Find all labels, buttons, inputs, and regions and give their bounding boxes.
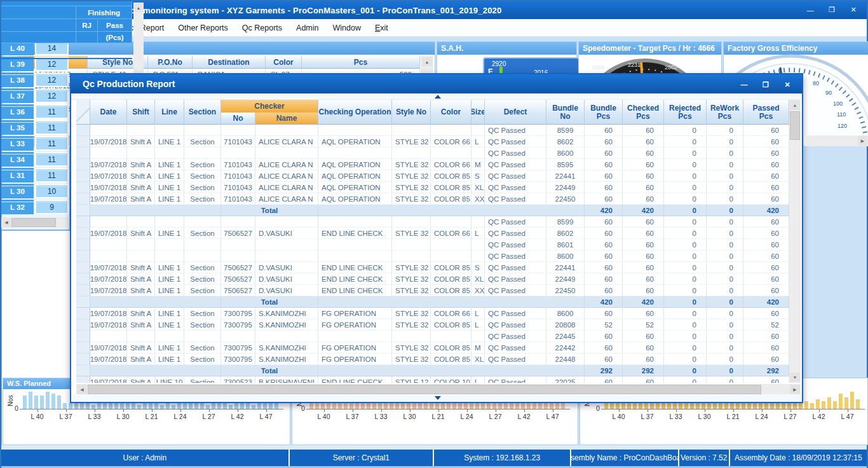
qc-cell: Shift A	[127, 376, 155, 383]
col-color[interactable]: Color	[431, 100, 471, 125]
col-destination[interactable]: Destination	[193, 56, 266, 69]
col-passed-pcs[interactable]: Passed Pcs	[743, 100, 789, 125]
status-bar: User : AdminServer : Crystal1System : 19…	[1, 450, 867, 466]
qc-cell: 7300795	[221, 342, 255, 354]
col-rj[interactable]: RJ	[76, 19, 98, 32]
col-checked-pcs[interactable]: Checked Pcs	[623, 100, 664, 125]
qc-table-row[interactable]: 19/07/2018Shift ALINE 1Section7506527D.V…	[76, 273, 789, 285]
finishing-group-header[interactable]: Finishing	[76, 6, 132, 19]
scroll-up-icon[interactable]: ▲	[422, 57, 432, 66]
qc-cell: 60	[623, 148, 664, 159]
qc-table-row[interactable]: 19/07/2018Shift ALINE 1Section7101043ALI…	[76, 182, 789, 193]
finishing-row[interactable]	[1, 43, 132, 59]
col-line[interactable]: Line	[155, 100, 184, 125]
qc-table-row[interactable]: 19/07/2018Shift ALINE 10Section7300523B.…	[76, 376, 789, 383]
modal-close-icon[interactable]: ✕	[779, 78, 796, 90]
col-defect[interactable]: Defect	[485, 100, 546, 125]
menu-item-other-reports[interactable]: Other Reports	[171, 20, 235, 36]
qc-vscrollbar[interactable]: ▲ ▼	[789, 100, 801, 383]
col-pcs[interactable]: Pcs	[302, 56, 420, 69]
modal-minimize-icon[interactable]: —	[736, 78, 752, 90]
col-shift[interactable]: Shift	[127, 100, 155, 125]
linews-hscroll-thumb[interactable]	[11, 218, 56, 227]
col-rework-pcs[interactable]: ReWork Pcs	[707, 100, 743, 125]
modal-scroll-up-strip[interactable]	[71, 93, 802, 100]
col-style-no[interactable]: Style No	[392, 100, 431, 125]
qc-table-row[interactable]: 19/07/2018Shift ALINE 1Section7101043ALI…	[76, 136, 789, 148]
col-checker-name[interactable]: Name	[255, 113, 318, 125]
scroll-right-icon[interactable]: ▶	[790, 385, 800, 394]
qc-table-row[interactable]: QC Passed860160600060	[76, 239, 789, 251]
y-axis-zero: 0	[15, 404, 18, 412]
qc-table-row[interactable]: 19/07/2018Shift ALINE 1Section7101043ALI…	[76, 193, 789, 205]
qc-cell: 0	[707, 182, 743, 193]
chart-bar	[384, 403, 388, 409]
qc-table-row[interactable]: 19/07/2018Shift ALINE 1Section7101043ALI…	[76, 159, 789, 170]
y-axis-zero: 0	[301, 404, 305, 412]
modal-scroll-down-strip[interactable]	[71, 394, 802, 402]
col-checker[interactable]: Checker	[221, 100, 318, 113]
qc-table-row[interactable]: QC Passed860060600060	[76, 251, 789, 262]
qc-hscroll-thumb[interactable]	[88, 385, 761, 394]
menu-item-qc-reports[interactable]: Qc Reports	[235, 20, 289, 36]
qc-table-row[interactable]: 19/07/2018Shift ALINE 1Section7506527D.V…	[76, 228, 789, 239]
qc-table-row[interactable]: 19/07/2018Shift ALINE 1Section7300795S.K…	[76, 354, 789, 365]
qc-total-row[interactable]: Total42042000420	[76, 296, 789, 308]
scroll-up-icon[interactable]: ▲	[134, 3, 143, 12]
col-date[interactable]: Date	[90, 100, 127, 125]
close-icon[interactable]: ✕	[845, 4, 862, 16]
qc-table-row[interactable]: QC Passed859960600060	[76, 216, 789, 228]
col-checking-operation[interactable]: Checking Operation	[318, 100, 392, 125]
scroll-up-icon[interactable]: ▲	[790, 100, 800, 110]
qc-cell: 0	[664, 239, 707, 251]
qc-cell	[318, 331, 392, 342]
col-rejected-pcs[interactable]: Rejected Pcs	[664, 100, 707, 125]
qc-cell	[255, 239, 318, 251]
qc-cell: Shift A	[127, 273, 155, 285]
qc-table-row[interactable]: QC Passed860060600060	[76, 148, 789, 159]
scroll-right-icon[interactable]: ▶	[858, 136, 867, 146]
col-bundle-pcs[interactable]: Bundle Pcs	[585, 100, 623, 125]
scroll-left-icon[interactable]: ◀	[2, 218, 11, 227]
right-hscrollbar[interactable]: ▶	[804, 135, 868, 146]
chart-bar	[753, 403, 757, 409]
qc-cell	[127, 148, 155, 159]
col-bundle-no[interactable]: Bundle No	[546, 100, 585, 125]
qc-table-row[interactable]: 19/07/2018Shift ALINE 1Section7506527D.V…	[76, 285, 789, 296]
qc-table-row[interactable]: 19/07/2018Shift ALINE 1Section7101043ALI…	[76, 170, 789, 182]
qc-hscrollbar[interactable]: ◀ ▶	[76, 384, 801, 395]
scroll-left-icon[interactable]: ◀	[77, 385, 87, 394]
modal-title-bar[interactable]: Qc Production Report — ❐ ✕	[71, 74, 802, 93]
chart-bar	[407, 403, 410, 409]
qc-cell: 7101043	[221, 136, 255, 148]
col-color[interactable]: Color	[266, 56, 302, 69]
qc-table-row[interactable]: 19/07/2018Shift ALINE 1Section7300795S.K…	[76, 319, 789, 331]
chart-bar	[822, 401, 825, 409]
col-checker-no[interactable]: No	[221, 113, 255, 125]
qc-table-row[interactable]: 19/07/2018Shift ALINE 1Section7506527D.V…	[76, 262, 789, 273]
scroll-down-icon[interactable]: ▼	[790, 373, 800, 382]
menu-item-window[interactable]: Window	[326, 20, 368, 36]
col-po-no[interactable]: P.O.No	[148, 56, 193, 69]
qc-cell: 8595	[546, 159, 585, 170]
qc-table-row[interactable]: 19/07/2018Shift ALINE 1Section7300795S.K…	[76, 308, 789, 319]
modal-maximize-icon[interactable]: ❐	[757, 78, 774, 90]
qc-total-row[interactable]: Total29229200292	[76, 365, 789, 376]
col-pass[interactable]: Pass	[98, 19, 132, 32]
qc-table-row[interactable]: QC Passed859960600060	[76, 125, 789, 136]
x-axis-tick-label: L 30	[111, 413, 136, 420]
qc-vscroll-thumb[interactable]	[790, 111, 800, 140]
qc-cell	[155, 239, 184, 251]
qc-cell: 7101043	[221, 159, 255, 170]
col-size[interactable]: Size	[471, 100, 485, 125]
qc-table-row[interactable]: 19/07/2018Shift ALINE 1Section7300795S.K…	[76, 342, 789, 354]
qc-total-row[interactable]: Total42042000420	[76, 205, 789, 216]
chart-bar	[816, 399, 820, 409]
qc-table-row[interactable]: QC Passed2244560600060	[76, 331, 789, 342]
linews-hscrollbar[interactable]: ◀	[1, 217, 69, 228]
maximize-icon[interactable]: ❐	[824, 4, 840, 16]
col-section[interactable]: Section	[184, 100, 221, 125]
menu-item-admin[interactable]: Admin	[289, 20, 325, 36]
menu-item-exit[interactable]: Exit	[368, 20, 395, 36]
minimize-icon[interactable]: —	[802, 4, 818, 16]
